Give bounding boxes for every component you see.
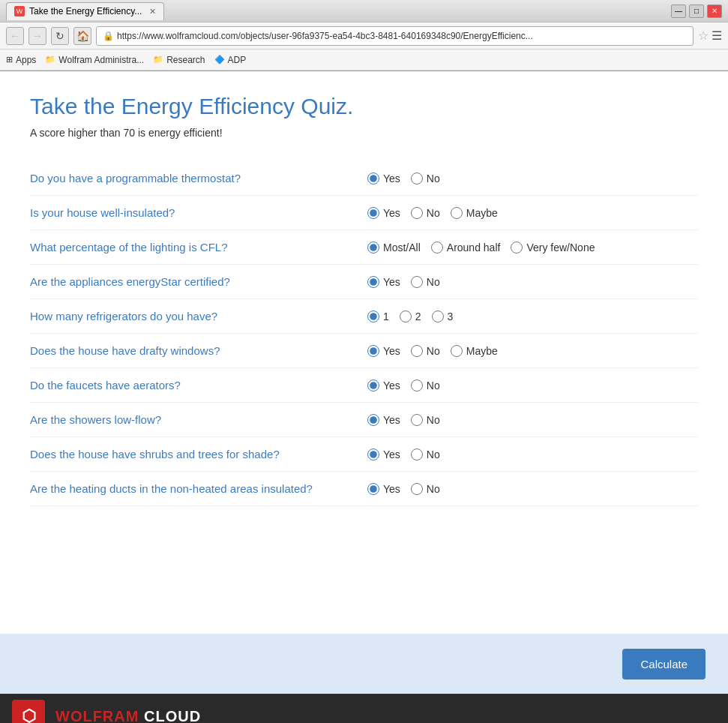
- address-bar[interactable]: 🔒 https://www.wolframcloud.com/objects/u…: [96, 26, 694, 46]
- tab-favicon: W: [14, 6, 25, 16]
- option-q7-no[interactable]: No: [411, 380, 440, 392]
- option-q2-yes[interactable]: Yes: [367, 207, 400, 219]
- option-q2-maybe[interactable]: Maybe: [451, 207, 498, 219]
- close-button[interactable]: ✕: [707, 4, 722, 18]
- option-q6-maybe[interactable]: Maybe: [451, 345, 498, 357]
- radio-q7-yes[interactable]: [367, 380, 379, 392]
- quiz-row: Are the appliances energyStar certified?…: [30, 265, 698, 299]
- radio-q5-3[interactable]: [432, 310, 444, 322]
- option-q3-most[interactable]: Most/All: [367, 242, 421, 254]
- question-q3: What percentage of the lighting is CFL?: [30, 230, 367, 265]
- radio-q2-yes[interactable]: [367, 207, 379, 219]
- option-q2-no[interactable]: No: [411, 207, 440, 219]
- url-text: https://www.wolframcloud.com/objects/use…: [117, 31, 533, 41]
- radio-q7-no[interactable]: [411, 380, 423, 392]
- option-q3-few[interactable]: Very few/None: [511, 242, 595, 254]
- radio-q10-yes[interactable]: [367, 483, 379, 495]
- question-q8: Are the showers low-flow?: [30, 403, 367, 437]
- radio-q5-1[interactable]: [367, 310, 379, 322]
- bookmark-adp[interactable]: 🔷 ADP: [214, 55, 247, 65]
- radio-q9-no[interactable]: [411, 448, 423, 460]
- browser-tab[interactable]: W Take the Energy Efficiency... ✕: [6, 2, 164, 20]
- menu-icon[interactable]: ☰: [712, 28, 722, 43]
- forward-button[interactable]: →: [28, 27, 46, 45]
- option-label-q4-no: No: [427, 276, 440, 288]
- radio-q6-yes[interactable]: [367, 345, 379, 357]
- question-q6: Does the house have drafty windows?: [30, 334, 367, 368]
- option-q7-yes[interactable]: Yes: [367, 380, 400, 392]
- maximize-button[interactable]: □: [689, 4, 704, 18]
- radio-q5-2[interactable]: [400, 310, 412, 322]
- answer-q7: YesNo: [367, 368, 698, 403]
- option-q1-no[interactable]: No: [411, 172, 440, 184]
- back-button[interactable]: ←: [6, 27, 24, 45]
- nav-icons: ☆ ☰: [698, 28, 722, 43]
- option-label-q10-yes: Yes: [383, 483, 400, 495]
- quiz-row: Are the showers low-flow?YesNo: [30, 403, 698, 437]
- radio-q1-no[interactable]: [411, 172, 423, 184]
- option-label-q2-yes: Yes: [383, 207, 400, 219]
- radio-q6-maybe[interactable]: [451, 345, 463, 357]
- option-q9-no[interactable]: No: [411, 448, 440, 460]
- wolfram-footer: ⬡ WOLFRAM CLOUD: [0, 694, 728, 723]
- option-q5-1[interactable]: 1: [367, 310, 389, 322]
- option-label-q7-no: No: [427, 380, 440, 392]
- option-q5-3[interactable]: 3: [432, 310, 454, 322]
- radio-q3-few[interactable]: [511, 242, 523, 254]
- bookmark-apps[interactable]: ⊞ Apps: [6, 55, 36, 65]
- nav-bar: ← → ↻ 🏠 🔒 https://www.wolframcloud.com/o…: [0, 22, 728, 50]
- radio-q8-yes[interactable]: [367, 414, 379, 426]
- bookmark-star-icon[interactable]: ☆: [698, 28, 709, 43]
- option-q9-yes[interactable]: Yes: [367, 448, 400, 460]
- radio-q3-half[interactable]: [431, 242, 443, 254]
- bookmarks-bar: ⊞ Apps 📁 Wolfram Administra... 📁 Researc…: [0, 50, 728, 70]
- option-label-q8-no: No: [427, 414, 440, 426]
- radio-q1-yes[interactable]: [367, 172, 379, 184]
- radio-q6-no[interactable]: [411, 345, 423, 357]
- radio-q8-no[interactable]: [411, 414, 423, 426]
- option-q4-yes[interactable]: Yes: [367, 276, 400, 288]
- quiz-row: How many refrigerators do you have?123: [30, 299, 698, 334]
- option-q3-half[interactable]: Around half: [431, 242, 501, 254]
- bookmark-wolfram-admin[interactable]: 📁 Wolfram Administra...: [45, 55, 144, 65]
- minimize-button[interactable]: —: [671, 4, 686, 18]
- option-q1-yes[interactable]: Yes: [367, 172, 400, 184]
- option-q8-no[interactable]: No: [411, 414, 440, 426]
- radio-q9-yes[interactable]: [367, 448, 379, 460]
- bookmark-wolfram-label: Wolfram Administra...: [58, 55, 144, 65]
- bookmark-research[interactable]: 📁 Research: [153, 55, 205, 65]
- radio-q2-no[interactable]: [411, 207, 423, 219]
- wolfram-brand: WOLFRAM CLOUD: [55, 708, 201, 724]
- calculate-button[interactable]: Calculate: [622, 649, 706, 680]
- option-q10-no[interactable]: No: [411, 483, 440, 495]
- option-label-q5-1: 1: [383, 310, 389, 322]
- page-content: Take the Energy Efficiency Quiz. A score…: [0, 71, 728, 634]
- radio-q4-no[interactable]: [411, 276, 423, 288]
- question-q10: Are the heating ducts in the non-heated …: [30, 472, 367, 506]
- option-q4-no[interactable]: No: [411, 276, 440, 288]
- quiz-row: Do the faucets have aerators?YesNo: [30, 368, 698, 403]
- home-button[interactable]: 🏠: [73, 27, 91, 45]
- option-q5-2[interactable]: 2: [400, 310, 421, 322]
- radio-q10-no[interactable]: [411, 483, 423, 495]
- option-q8-yes[interactable]: Yes: [367, 414, 400, 426]
- quiz-row: Does the house have drafty windows?YesNo…: [30, 334, 698, 368]
- question-q1: Do you have a programmable thermostat?: [30, 161, 367, 196]
- radio-q4-yes[interactable]: [367, 276, 379, 288]
- radio-q3-most[interactable]: [367, 242, 379, 254]
- option-q6-no[interactable]: No: [411, 345, 440, 357]
- option-label-q5-3: 3: [448, 310, 454, 322]
- option-q6-yes[interactable]: Yes: [367, 345, 400, 357]
- refresh-button[interactable]: ↻: [51, 27, 69, 45]
- option-label-q3-most: Most/All: [383, 242, 421, 254]
- option-label-q9-yes: Yes: [383, 448, 400, 460]
- tab-close-icon[interactable]: ✕: [149, 7, 156, 16]
- option-label-q9-no: No: [427, 448, 440, 460]
- lock-icon: 🔒: [103, 31, 114, 41]
- quiz-row: Does the house have shrubs and trees for…: [30, 437, 698, 472]
- option-q10-yes[interactable]: Yes: [367, 483, 400, 495]
- question-q2: Is your house well-insulated?: [30, 196, 367, 230]
- option-label-q7-yes: Yes: [383, 380, 400, 392]
- radio-q2-maybe[interactable]: [451, 207, 463, 219]
- answer-q4: YesNo: [367, 265, 698, 299]
